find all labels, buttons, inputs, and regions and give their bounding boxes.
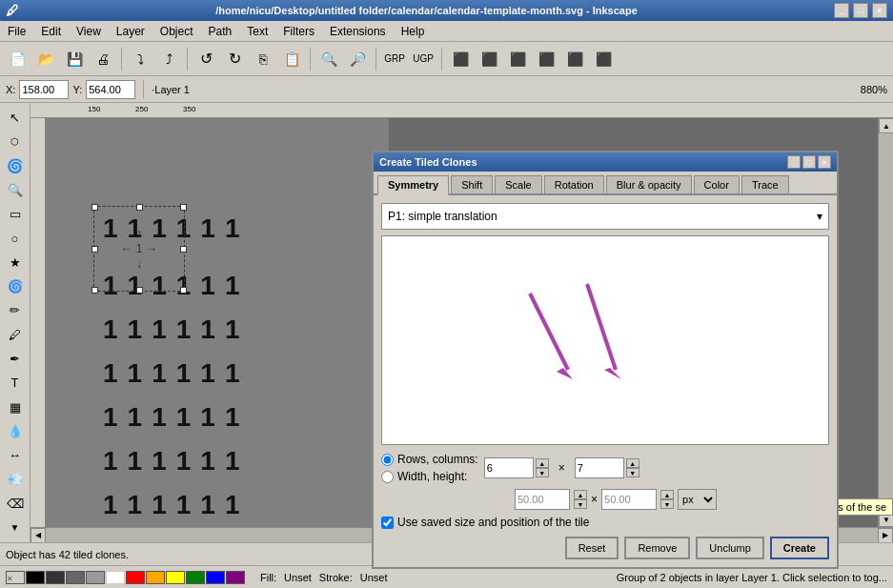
align-top-button[interactable]: ⬛ <box>533 46 559 72</box>
swatch-orange[interactable] <box>146 571 165 584</box>
group-button[interactable]: GRP <box>381 46 408 72</box>
copy-button[interactable]: ⎘ <box>250 46 276 72</box>
rows-spin-down[interactable]: ▼ <box>536 468 549 477</box>
align-center-button[interactable]: ⬛ <box>476 46 502 72</box>
menu-edit[interactable]: Edit <box>33 23 69 40</box>
tab-trace[interactable]: Trace <box>741 175 789 193</box>
handle-tl[interactable] <box>91 204 98 211</box>
menu-filters[interactable]: Filters <box>275 23 322 40</box>
rows-input[interactable]: 6 <box>484 457 534 478</box>
cols-input[interactable]: 7 <box>575 457 624 478</box>
swatch-green[interactable] <box>186 571 205 584</box>
undo-button[interactable]: ↺ <box>193 46 219 72</box>
connector-tool[interactable]: ↔ <box>3 444 28 466</box>
menu-help[interactable]: Help <box>394 23 433 40</box>
tab-symmetry[interactable]: Symmetry <box>377 175 449 195</box>
align-bottom-button[interactable]: ⬛ <box>590 46 617 72</box>
height-spin-up[interactable]: ▲ <box>660 490 674 499</box>
node-tool[interactable]: ⬡ <box>3 131 28 152</box>
rows-spin-up[interactable]: ▲ <box>536 458 549 468</box>
width-spin-up[interactable]: ▲ <box>574 490 587 499</box>
export-button[interactable]: ⤴ <box>155 46 182 72</box>
star-tool[interactable]: ★ <box>3 252 28 274</box>
height-input[interactable]: 50.00 <box>601 489 657 510</box>
dialog-maximize-button[interactable]: □ <box>802 155 816 169</box>
symmetry-dropdown[interactable]: P1: simple translation ▾ <box>381 203 829 230</box>
coord-x-input[interactable] <box>19 80 69 99</box>
zoom-out-button[interactable]: 🔎 <box>344 46 371 72</box>
more-tools[interactable]: ▼ <box>3 517 28 538</box>
swatch-yellow[interactable] <box>166 571 185 584</box>
align-left-button[interactable]: ⬛ <box>447 46 474 72</box>
calligraphy-tool[interactable]: ✒ <box>3 348 28 370</box>
close-button[interactable]: × <box>872 3 887 18</box>
tab-color[interactable]: Color <box>694 175 740 193</box>
swatch-none[interactable]: ✕ <box>6 571 25 584</box>
menu-view[interactable]: View <box>69 23 109 40</box>
cols-spin-down[interactable]: ▼ <box>626 468 639 477</box>
ungroup-button[interactable]: UGP <box>410 46 436 72</box>
menu-extensions[interactable]: Extensions <box>322 23 394 40</box>
swatch-lightgray[interactable] <box>86 571 105 584</box>
unit-select[interactable]: px mm in <box>678 489 717 510</box>
select-tool[interactable]: ↖ <box>3 107 28 129</box>
dialog-minimize-button[interactable]: _ <box>787 155 801 169</box>
tweak-tool[interactable]: 🌀 <box>3 155 28 177</box>
handle-br[interactable] <box>180 287 187 294</box>
rows-cols-radio[interactable] <box>381 454 394 466</box>
tab-blur-opacity[interactable]: Blur & opacity <box>606 175 692 193</box>
menu-layer[interactable]: Layer <box>109 23 152 40</box>
menu-path[interactable]: Path <box>201 23 240 40</box>
tab-rotation[interactable]: Rotation <box>544 175 604 193</box>
maximize-button[interactable]: □ <box>853 3 868 18</box>
minimize-button[interactable]: _ <box>834 3 849 18</box>
menu-file[interactable]: File <box>0 23 33 40</box>
spiral-tool[interactable]: 🌀 <box>3 275 28 297</box>
circle-tool[interactable]: ○ <box>3 227 28 249</box>
swatch-white[interactable] <box>106 571 125 584</box>
import-button[interactable]: ⤵ <box>127 46 153 72</box>
pencil-tool[interactable]: ✏ <box>3 299 28 321</box>
pen-tool[interactable]: 🖊 <box>3 324 28 346</box>
use-saved-size-checkbox[interactable] <box>381 517 394 529</box>
dialog-close-button[interactable]: × <box>818 155 831 169</box>
remove-button[interactable]: Remove <box>624 537 690 559</box>
scroll-left-button[interactable]: ◀ <box>30 528 46 543</box>
scroll-right-button[interactable]: ▶ <box>878 528 893 543</box>
handle-ml[interactable] <box>91 246 98 253</box>
spray-tool[interactable]: 💨 <box>3 468 28 490</box>
menu-object[interactable]: Object <box>152 23 201 40</box>
height-spin-down[interactable]: ▼ <box>660 499 674 509</box>
tab-shift[interactable]: Shift <box>451 175 493 193</box>
reset-button[interactable]: Reset <box>565 537 619 559</box>
text-tool[interactable]: T <box>3 372 28 394</box>
width-input[interactable]: 50.00 <box>515 489 570 510</box>
cols-spin-up[interactable]: ▲ <box>626 458 639 468</box>
swatch-purple[interactable] <box>226 571 245 584</box>
swatch-black[interactable] <box>26 571 45 584</box>
handle-bc[interactable] <box>136 287 143 294</box>
zoom-tool[interactable]: 🔍 <box>3 179 28 201</box>
swatch-red[interactable] <box>126 571 145 584</box>
zoom-in-button[interactable]: 🔍 <box>315 46 342 72</box>
handle-tr[interactable] <box>180 204 187 211</box>
handle-tc[interactable] <box>136 204 143 211</box>
eraser-tool[interactable]: ⌫ <box>3 493 28 515</box>
gradient-tool[interactable]: ▦ <box>3 395 28 417</box>
save-button[interactable]: 💾 <box>61 46 88 72</box>
width-height-radio[interactable] <box>381 471 394 483</box>
handle-mr[interactable] <box>180 246 187 253</box>
rect-tool[interactable]: ▭ <box>3 203 28 225</box>
swatch-blue[interactable] <box>206 571 225 584</box>
width-spin-down[interactable]: ▼ <box>574 499 587 509</box>
scroll-track-v[interactable] <box>879 133 893 512</box>
paste-button[interactable]: 📋 <box>278 46 305 72</box>
open-button[interactable]: 📂 <box>32 46 59 72</box>
scroll-up-button[interactable]: ▲ <box>879 118 893 133</box>
handle-bl[interactable] <box>91 287 98 294</box>
unclump-button[interactable]: Unclump <box>696 537 763 559</box>
new-button[interactable]: 📄 <box>4 46 30 72</box>
swatch-gray[interactable] <box>66 571 85 584</box>
align-middle-button[interactable]: ⬛ <box>561 46 588 72</box>
print-button[interactable]: 🖨 <box>90 46 116 72</box>
